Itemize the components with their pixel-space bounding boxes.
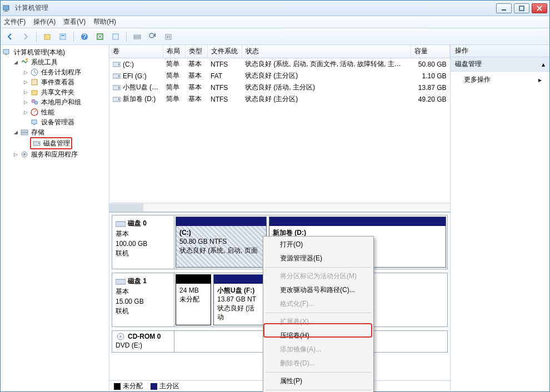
tree-disk-management[interactable]: 磁盘管理: [23, 137, 109, 149]
tree-shared-folders[interactable]: ▷共享文件夹: [23, 87, 109, 97]
menu-action[interactable]: 操作(A): [33, 17, 56, 27]
svg-rect-43: [118, 98, 119, 100]
partition-unallocated[interactable]: 24 MB未分配: [176, 274, 211, 325]
context-menu: 打开(O) 资源管理器(E) 将分区标记为活动分区(M) 更改驱动器号和路径(C…: [263, 236, 374, 392]
col-capacity[interactable]: 容量: [411, 45, 450, 58]
svg-point-14: [149, 33, 154, 38]
collapse-icon: ▴: [542, 61, 545, 68]
menu-file[interactable]: 文件(F): [4, 17, 26, 27]
svg-rect-6: [60, 34, 66, 39]
svg-rect-24: [32, 91, 37, 95]
svg-rect-37: [118, 63, 119, 66]
svg-rect-45: [116, 279, 126, 284]
toolbar-icon-2[interactable]: [57, 31, 69, 43]
svg-rect-17: [167, 36, 168, 38]
disk-0-label: 磁盘 0 基本 100.00 GB 联机: [112, 215, 174, 269]
chevron-right-icon: ▸: [538, 76, 542, 84]
svg-rect-12: [134, 35, 141, 37]
back-button[interactable]: [4, 31, 16, 43]
help-icon[interactable]: ?: [78, 31, 91, 43]
table-row[interactable]: EFI (G:)简单基本FAT状态良好 (主分区)1.10 GB: [109, 70, 450, 82]
svg-rect-30: [21, 130, 28, 132]
svg-rect-44: [116, 222, 126, 227]
toolbar-icon-6[interactable]: [147, 31, 159, 43]
horizontal-scrollbar[interactable]: [109, 203, 450, 212]
svg-point-47: [120, 336, 122, 338]
ctx-mark-active: 将分区标记为活动分区(M): [264, 269, 372, 283]
close-button[interactable]: [532, 3, 547, 13]
svg-point-26: [34, 101, 38, 104]
col-volume[interactable]: 卷: [109, 45, 163, 58]
maximize-button[interactable]: [514, 3, 529, 13]
col-status[interactable]: 状态: [242, 45, 411, 58]
col-type[interactable]: 类型: [185, 45, 207, 58]
ctx-add-mirror: 添加镜像(A)...: [264, 343, 372, 356]
tree-storage[interactable]: ◢存储: [13, 127, 109, 137]
disk-1-label: 磁盘 1 基本 15.00 GB 联机: [112, 273, 174, 326]
svg-rect-23: [32, 79, 37, 85]
ctx-properties[interactable]: 属性(P): [264, 374, 372, 388]
tree-root[interactable]: 计算机管理(本地): [3, 47, 109, 57]
svg-rect-15: [154, 33, 156, 37]
ctx-explorer[interactable]: 资源管理器(E): [264, 252, 372, 265]
forward-button[interactable]: [19, 31, 32, 43]
app-icon: [3, 4, 12, 13]
cdrom-title: CD-ROM 0: [128, 333, 161, 340]
svg-rect-19: [3, 49, 9, 54]
toolbar-icon-3[interactable]: [94, 31, 106, 43]
menu-view[interactable]: 查看(V): [63, 17, 86, 27]
svg-rect-4: [519, 6, 524, 11]
tree-pane: 计算机管理(本地) ◢系统工具 ▷任务计划程序 ▷事件查看器 ▷共享文件夹 ▷本…: [1, 45, 109, 391]
tree-system-tools[interactable]: ◢系统工具: [13, 57, 109, 67]
svg-point-21: [26, 58, 28, 61]
svg-rect-7: [61, 35, 64, 36]
svg-text:?: ?: [83, 33, 87, 41]
toolbar-icon-7[interactable]: [162, 31, 174, 43]
window-title: 计算机管理: [15, 3, 496, 13]
tree-local-users[interactable]: ▷本地用户和组: [23, 97, 109, 107]
svg-rect-20: [5, 54, 7, 55]
ctx-open[interactable]: 打开(O): [264, 238, 372, 252]
menubar: 文件(F) 操作(A) 查看(V) 帮助(H): [1, 16, 549, 28]
svg-rect-2: [4, 11, 8, 12]
volumes-table: 卷 布局 类型 文件系统 状态 容量 (C:)简单基本NTFS状态良好 (系统,…: [109, 45, 450, 105]
titlebar: 计算机管理: [1, 1, 549, 16]
col-filesystem[interactable]: 文件系统: [207, 45, 242, 58]
tree-task-scheduler[interactable]: ▷任务计划程序: [23, 67, 109, 77]
ctx-delete: 删除卷(D)...: [264, 356, 372, 370]
actions-pane: 操作 磁盘管理 ▴ 更多操作 ▸: [451, 45, 549, 391]
disk-1-title: 磁盘 1: [128, 277, 147, 286]
svg-rect-1: [5, 11, 7, 11]
partition-c[interactable]: (C:) 50.80 GB NTFS 状态良好 (系统, 启动, 页面: [176, 217, 267, 268]
table-row[interactable]: 小熊U盘 (F:)简单基本NTFS状态良好 (活动, 主分区)13.87 GB: [109, 82, 450, 93]
tree-services-apps[interactable]: ▷服务和应用程序: [13, 149, 109, 159]
table-row[interactable]: (C:)简单基本NTFS状态良好 (系统, 启动, 页面文件, 活动, 故障转储…: [109, 58, 450, 71]
more-actions[interactable]: 更多操作 ▸: [451, 72, 549, 88]
partition-f[interactable]: 小熊U盘 (F:)13.87 GB NT状态良好 (活动: [213, 274, 263, 325]
toolbar: ?: [1, 28, 549, 45]
ctx-extend: 扩展卷(X)...: [264, 315, 372, 329]
svg-point-35: [23, 153, 26, 155]
actions-header: 操作: [451, 45, 549, 57]
svg-rect-5: [44, 34, 50, 39]
minimize-button[interactable]: [496, 3, 512, 13]
tree-device-manager[interactable]: 设备管理器: [23, 117, 109, 127]
svg-rect-28: [32, 120, 37, 124]
ctx-format: 格式化(F)...: [264, 297, 372, 311]
toolbar-icon-4[interactable]: [109, 31, 122, 43]
actions-section[interactable]: 磁盘管理 ▴: [451, 57, 549, 72]
svg-rect-0: [3, 6, 9, 10]
ctx-shrink[interactable]: 压缩卷(H)...: [264, 329, 372, 343]
svg-point-33: [38, 143, 39, 144]
svg-rect-39: [118, 75, 119, 77]
svg-rect-11: [113, 34, 118, 39]
toolbar-icon-1[interactable]: [41, 31, 53, 43]
col-layout[interactable]: 布局: [163, 45, 185, 58]
ctx-change-drive[interactable]: 更改驱动器号和路径(C)...: [264, 283, 372, 297]
menu-help[interactable]: 帮助(H): [93, 17, 116, 27]
toolbar-icon-5[interactable]: [131, 31, 143, 43]
tree-performance[interactable]: ▷性能: [23, 107, 109, 117]
table-row[interactable]: 新加卷 (D:)简单基本NTFS状态良好 (主分区)49.20 GB: [109, 93, 450, 105]
volume-list: 卷 布局 类型 文件系统 状态 容量 (C:)简单基本NTFS状态良好 (系统,…: [109, 45, 450, 212]
tree-event-viewer[interactable]: ▷事件查看器: [23, 77, 109, 87]
